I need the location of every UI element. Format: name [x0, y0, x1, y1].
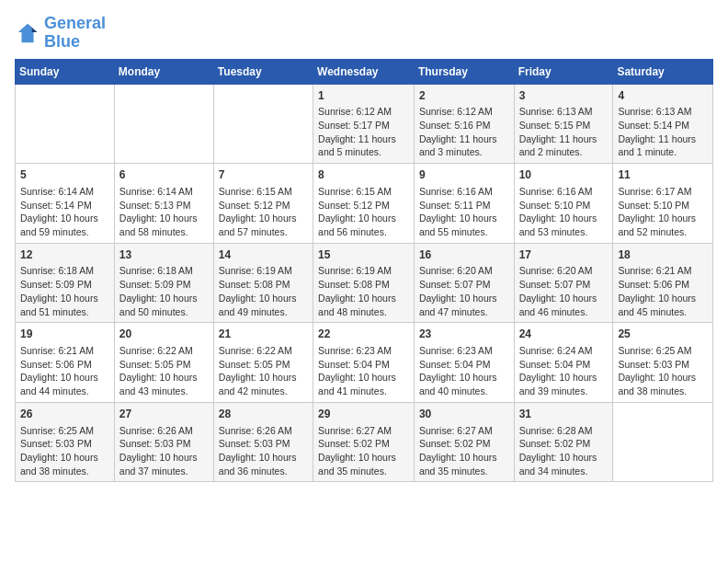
cell-text: Sunrise: 6:13 AM [618, 105, 708, 119]
calendar-week-row: 19Sunrise: 6:21 AMSunset: 5:06 PMDayligh… [16, 323, 713, 403]
day-number: 12 [20, 247, 109, 263]
cell-text: Sunset: 5:03 PM [20, 437, 109, 451]
calendar-cell: 27Sunrise: 6:26 AMSunset: 5:03 PMDayligh… [114, 402, 213, 482]
cell-text: Sunrise: 6:21 AM [20, 344, 109, 358]
cell-text: Sunset: 5:02 PM [419, 437, 509, 451]
cell-text: and 37 minutes. [119, 465, 209, 478]
cell-text: Daylight: 10 hours [119, 292, 209, 305]
cell-text: Sunset: 5:05 PM [119, 358, 209, 372]
cell-text: Daylight: 11 hours [318, 132, 409, 146]
cell-text: Sunset: 5:11 PM [419, 199, 509, 213]
cell-text: Sunrise: 6:25 AM [618, 344, 708, 358]
cell-text: Sunset: 5:15 PM [519, 119, 609, 132]
cell-text: and 46 minutes. [519, 305, 609, 319]
day-number: 7 [219, 167, 308, 183]
cell-text: Sunrise: 6:23 AM [419, 344, 509, 358]
logo-icon [15, 20, 40, 46]
day-number: 20 [119, 327, 209, 342]
day-number: 18 [618, 247, 708, 263]
day-number: 23 [419, 327, 509, 342]
cell-text: Sunrise: 6:19 AM [219, 264, 308, 278]
cell-text: and 2 minutes. [519, 145, 609, 159]
cell-text: Sunset: 5:02 PM [318, 437, 409, 451]
calendar-cell [213, 84, 313, 164]
calendar-table: SundayMondayTuesdayWednesdayThursdayFrid… [15, 59, 713, 483]
page-header: General Blue [15, 15, 713, 52]
col-header-thursday: Thursday [414, 59, 514, 84]
day-number: 4 [618, 88, 708, 104]
cell-text: Daylight: 10 hours [618, 292, 708, 305]
cell-text: and 36 minutes. [219, 465, 308, 478]
cell-text: Sunrise: 6:26 AM [119, 424, 209, 438]
calendar-cell: 18Sunrise: 6:21 AMSunset: 5:06 PMDayligh… [613, 243, 713, 323]
cell-text: and 53 minutes. [519, 225, 609, 239]
calendar-cell: 30Sunrise: 6:27 AMSunset: 5:02 PMDayligh… [414, 402, 514, 482]
cell-text: Sunrise: 6:18 AM [119, 264, 209, 278]
calendar-cell: 14Sunrise: 6:19 AMSunset: 5:08 PMDayligh… [213, 243, 313, 323]
day-number: 17 [519, 247, 609, 263]
cell-text: Daylight: 10 hours [419, 292, 509, 305]
cell-text: and 50 minutes. [119, 305, 209, 319]
cell-text: and 51 minutes. [20, 305, 109, 319]
day-number: 22 [318, 327, 409, 342]
cell-text: and 35 minutes. [318, 465, 409, 478]
calendar-cell: 11Sunrise: 6:17 AMSunset: 5:10 PMDayligh… [613, 164, 713, 244]
calendar-cell [114, 84, 213, 164]
cell-text: Daylight: 11 hours [519, 132, 609, 146]
logo-text: General Blue [44, 15, 106, 52]
cell-text: and 49 minutes. [219, 305, 308, 319]
calendar-cell: 5Sunrise: 6:14 AMSunset: 5:14 PMDaylight… [16, 164, 115, 244]
cell-text: Sunset: 5:03 PM [119, 437, 209, 451]
calendar-cell: 8Sunrise: 6:15 AMSunset: 5:12 PMDaylight… [313, 164, 415, 244]
col-header-monday: Monday [114, 59, 213, 84]
cell-text: Sunset: 5:13 PM [119, 199, 209, 213]
cell-text: Sunrise: 6:28 AM [519, 424, 609, 438]
col-header-tuesday: Tuesday [213, 59, 313, 84]
calendar-cell [613, 402, 713, 482]
cell-text: Sunrise: 6:20 AM [519, 264, 609, 278]
cell-text: Daylight: 10 hours [419, 451, 509, 465]
calendar-cell: 10Sunrise: 6:16 AMSunset: 5:10 PMDayligh… [514, 164, 613, 244]
cell-text: and 41 minutes. [318, 385, 409, 398]
col-header-wednesday: Wednesday [313, 59, 415, 84]
day-number: 31 [519, 407, 609, 422]
cell-text: Sunrise: 6:21 AM [618, 264, 708, 278]
cell-text: Sunset: 5:08 PM [318, 278, 409, 292]
cell-text: and 39 minutes. [519, 385, 609, 398]
cell-text: and 45 minutes. [618, 305, 708, 319]
day-number: 24 [519, 327, 609, 342]
cell-text: Sunset: 5:09 PM [119, 278, 209, 292]
cell-text: Sunset: 5:10 PM [618, 199, 708, 213]
cell-text: Sunrise: 6:27 AM [318, 424, 409, 438]
cell-text: and 52 minutes. [618, 225, 708, 239]
cell-text: Sunrise: 6:19 AM [318, 264, 409, 278]
cell-text: Daylight: 10 hours [119, 451, 209, 465]
cell-text: Daylight: 10 hours [519, 371, 609, 385]
cell-text: and 56 minutes. [318, 225, 409, 239]
cell-text: Sunrise: 6:27 AM [419, 424, 509, 438]
day-number: 30 [419, 407, 509, 422]
day-number: 9 [419, 167, 509, 183]
day-number: 26 [20, 407, 109, 422]
cell-text: Sunrise: 6:22 AM [219, 344, 308, 358]
day-number: 6 [119, 167, 209, 183]
cell-text: Sunrise: 6:22 AM [119, 344, 209, 358]
cell-text: and 47 minutes. [419, 305, 509, 319]
cell-text: and 57 minutes. [219, 225, 308, 239]
calendar-cell: 22Sunrise: 6:23 AMSunset: 5:04 PMDayligh… [313, 323, 415, 403]
calendar-week-row: 12Sunrise: 6:18 AMSunset: 5:09 PMDayligh… [16, 243, 713, 323]
cell-text: Sunset: 5:05 PM [219, 358, 308, 372]
calendar-cell: 15Sunrise: 6:19 AMSunset: 5:08 PMDayligh… [313, 243, 415, 323]
cell-text: Daylight: 10 hours [20, 451, 109, 465]
calendar-cell: 7Sunrise: 6:15 AMSunset: 5:12 PMDaylight… [213, 164, 313, 244]
day-number: 2 [419, 88, 509, 104]
calendar-cell: 26Sunrise: 6:25 AMSunset: 5:03 PMDayligh… [16, 402, 115, 482]
day-number: 11 [618, 167, 708, 183]
cell-text: Daylight: 10 hours [419, 371, 509, 385]
day-number: 16 [419, 247, 509, 263]
calendar-cell: 29Sunrise: 6:27 AMSunset: 5:02 PMDayligh… [313, 402, 415, 482]
cell-text: Daylight: 10 hours [20, 212, 109, 225]
cell-text: Daylight: 10 hours [318, 212, 409, 225]
cell-text: and 34 minutes. [519, 465, 609, 478]
cell-text: Daylight: 10 hours [318, 292, 409, 305]
